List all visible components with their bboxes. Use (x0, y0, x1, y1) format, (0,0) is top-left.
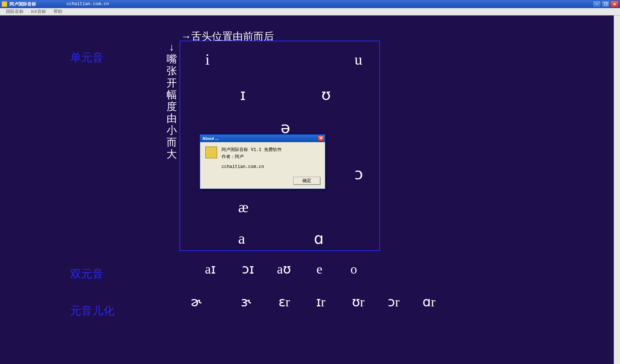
window-title: 阿卢国际音标 (9, 1, 36, 7)
section-diphthong-label: 双元音 (70, 267, 103, 282)
rcolored-ar[interactable]: ɑr (422, 294, 435, 310)
dialog-app-icon (205, 147, 217, 158)
left-axis-label: ↓嘴张开幅度由小而大 (166, 41, 177, 160)
dialog-ok-button[interactable]: 确定 (293, 177, 321, 185)
close-button[interactable]: ✕ (610, 1, 619, 7)
vertical-scrollbar[interactable] (614, 16, 620, 364)
menu-ipa[interactable]: 国际音标 (2, 8, 27, 15)
phoneme-a[interactable]: a (238, 230, 245, 247)
section-monophthong-label: 单元音 (70, 50, 103, 65)
rcolored-schwa-r[interactable]: ɚ (191, 294, 202, 310)
rcolored-er[interactable]: ɛr (278, 294, 290, 310)
menubar: 国际音标 KK音标 帮助 (0, 8, 620, 16)
dialog-line2: 作者：阿卢 (222, 154, 282, 161)
phoneme-i[interactable]: i (205, 51, 210, 68)
dialog-footer: 确定 (200, 175, 325, 189)
diphthong-au[interactable]: aʊ (277, 261, 291, 277)
content-area: →舌头位置由前而后 ↓嘴张开幅度由小而大 单元音 双元音 元音儿化 i u ɪ … (0, 16, 620, 364)
about-dialog: About ... ✕ 阿卢国际音标 V1.1 免费软件 作者：阿卢 cchai… (200, 134, 325, 189)
rcolored-ur[interactable]: ʊr (352, 294, 364, 310)
diphthong-e[interactable]: e (316, 261, 322, 277)
dialog-text: 阿卢国际音标 V1.1 免费软件 作者：阿卢 cchaitian.com.cn (222, 147, 282, 171)
rcolored-or[interactable]: ɔr (388, 294, 400, 310)
phoneme-ae[interactable]: æ (238, 198, 249, 216)
dialog-titlebar[interactable]: About ... ✕ (200, 135, 325, 142)
dialog-title-text: About ... (202, 136, 219, 141)
diphthong-oi[interactable]: ɔɪ (242, 261, 254, 277)
diphthong-ai[interactable]: aɪ (205, 261, 216, 277)
phoneme-small-i[interactable]: ɪ (240, 86, 246, 104)
rcolored-ir[interactable]: ɪr (316, 294, 325, 310)
menu-help[interactable]: 帮助 (50, 8, 66, 15)
maximize-button[interactable]: ❐ (602, 1, 610, 7)
phoneme-u[interactable]: u (354, 51, 362, 68)
dialog-line1: 阿卢国际音标 V1.1 免费软件 (222, 147, 282, 154)
minimize-button[interactable]: ─ (593, 1, 601, 7)
window-url: cchaitian.com.cn (66, 1, 109, 7)
app-icon (1, 1, 7, 7)
window-controls: ─ ❐ ✕ (593, 1, 619, 7)
phoneme-open-o[interactable]: ɔ (354, 165, 363, 183)
diphthong-o[interactable]: o (350, 261, 357, 277)
dialog-close-button[interactable]: ✕ (318, 135, 324, 141)
dialog-body: 阿卢国际音标 V1.1 免费软件 作者：阿卢 cchaitian.com.cn (200, 142, 325, 175)
phoneme-back-a[interactable]: ɑ (314, 230, 324, 248)
menu-kk[interactable]: KK音标 (27, 8, 50, 15)
dialog-line3: cchaitian.com.cn (222, 164, 282, 171)
rcolored-3r[interactable]: ɝ (241, 294, 251, 310)
section-rcolored-label: 元音儿化 (70, 303, 114, 319)
titlebar: 阿卢国际音标 cchaitian.com.cn ─ ❐ ✕ (0, 0, 620, 8)
phoneme-small-u[interactable]: ʊ (321, 86, 331, 104)
